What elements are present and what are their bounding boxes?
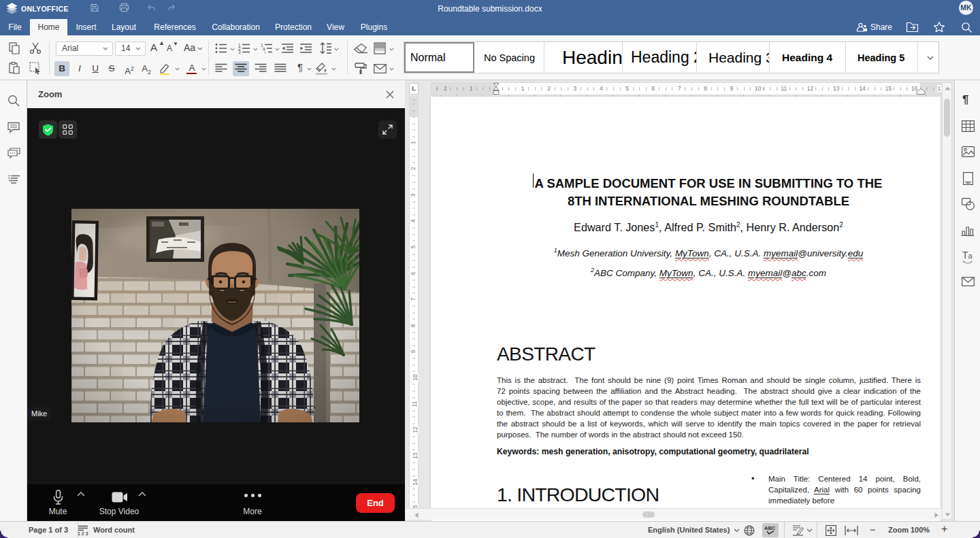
svg-text:i: i (265, 50, 265, 54)
svg-text:3: 3 (238, 50, 241, 54)
svg-text:ABC: ABC (764, 525, 776, 531)
svg-text:1 2 3: 1 2 3 (78, 531, 88, 536)
